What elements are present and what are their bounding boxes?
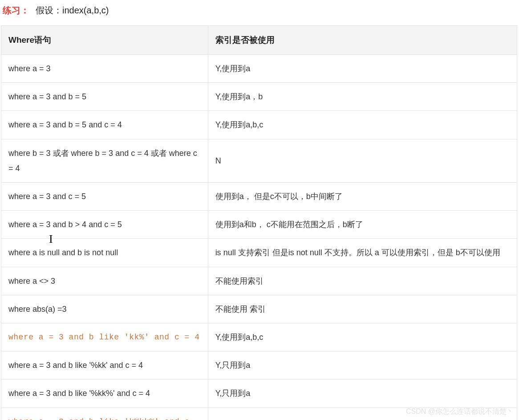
cell-where-clause: where a = 3 and b like 'k%kk%' and c = 4 [1,408,208,420]
cell-index-used: 使用到a和b， c不能用在范围之后，b断了 [208,211,517,239]
cell-where-clause: where a = 3 and b = 5 [1,83,208,111]
table-row: where a = 3 and b = 5 and c = 4Y,使用到a,b,… [1,111,517,139]
cell-index-used: Y,使用到a,b,c [208,111,517,139]
table-row: where a is null and b is not nullis null… [1,239,517,267]
table-row: where a = 3 and b > 4 and c = 5使用到a和b， c… [1,211,517,239]
table-row: where a = 3 and b like '%kk' and c = 4Y,… [1,351,517,379]
cell-where-clause: where b = 3 或者 where b = 3 and c = 4 或者 … [1,139,208,182]
cell-where-clause: where abs(a) =3 [1,295,208,323]
cell-index-used: Y,使用到a [208,55,517,83]
cell-index-used: 不能使用 索引 [208,295,517,323]
table-row: where a = 3 and b = 5Y,使用到a，b [1,83,517,111]
cell-where-clause: where a <> 3 [1,267,208,295]
cell-where-clause: where a = 3 and b = 5 and c = 4 [1,111,208,139]
table-row: where a = 3 and c = 5使用到a， 但是c不可以，b中间断了 [1,183,517,211]
cell-index-used: Y,使用到a,b,c [208,323,517,351]
table-row: where a = 3Y,使用到a [1,55,517,83]
col-header-where: Where语句 [1,26,208,55]
table-row: where a = 3 and b like '%kk%' and c = 4Y… [1,379,517,408]
cell-where-clause: where a is null and b is not null [1,239,208,267]
exercise-label: 练习： [3,4,29,16]
cell-index-used: N [208,139,517,182]
cell-where-clause: where a = 3 [1,55,208,83]
cell-index-used: Y,只用到a [208,351,517,379]
cell-where-clause: where a = 3 and b > 4 and c = 5 [1,211,208,239]
table-row: where a <> 3不能使用索引 [1,267,517,295]
index-usage-table: Where语句 索引是否被使用 where a = 3Y,使用到awhere a… [1,25,517,420]
table-row: where b = 3 或者 where b = 3 and c = 4 或者 … [1,139,517,182]
cell-index-used: 不能使用索引 [208,267,517,295]
exercise-header: 练习： 假设：index(a,b,c) [0,0,519,25]
table-row: where abs(a) =3不能使用 索引 [1,295,517,323]
cell-index-used: is null 支持索引 但是is not null 不支持。所以 a 可以使用… [208,239,517,267]
table-row: where a = 3 and b like 'k%kk%' and c = 4… [1,408,517,420]
cell-where-clause: where a = 3 and b like 'kk%' and c = 4 [1,323,208,351]
cell-where-clause: where a = 3 and c = 5 [1,183,208,211]
exercise-assumption: 假设：index(a,b,c) [36,4,109,16]
table-header-row: Where语句 索引是否被使用 [1,26,517,55]
cell-index-used: Y,使用到a，b [208,83,517,111]
cell-where-clause: where a = 3 and b like '%kk%' and c = 4 [1,379,208,408]
cell-index-used: Y,使用到a,b,c [208,408,517,420]
cell-where-clause: where a = 3 and b like '%kk' and c = 4 [1,351,208,379]
cell-index-used: Y,只用到a [208,379,517,408]
table-row: where a = 3 and b like 'kk%' and c = 4Y,… [1,323,517,351]
col-header-index-used: 索引是否被使用 [208,26,517,55]
cell-index-used: 使用到a， 但是c不可以，b中间断了 [208,183,517,211]
